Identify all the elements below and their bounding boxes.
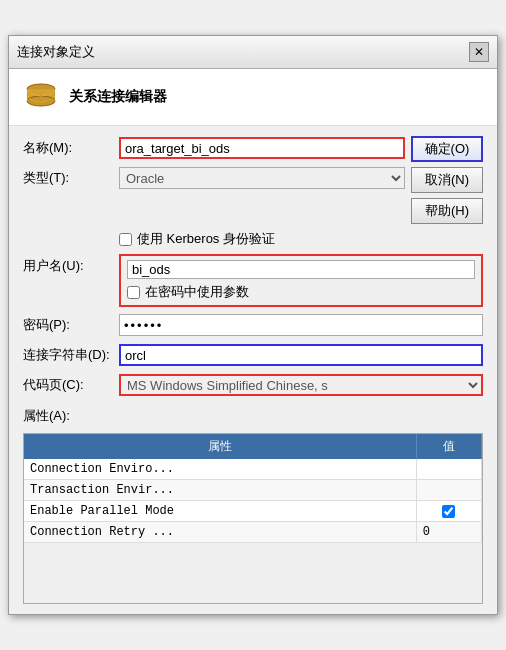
cancel-button[interactable]: 取消(N)	[411, 167, 483, 193]
title-bar: 连接对象定义 ✕	[9, 36, 497, 69]
type-row: 类型(T): Oracle	[23, 166, 405, 190]
table-row: Connection Retry ... 0	[24, 522, 482, 543]
button-column: 确定(O) 取消(N) 帮助(H)	[411, 136, 483, 224]
kerberos-checkbox[interactable]	[119, 233, 132, 246]
row-value	[416, 459, 481, 480]
row-property: Connection Enviro...	[24, 459, 416, 480]
codepage-label: 代码页(C):	[23, 376, 113, 394]
help-button[interactable]: 帮助(H)	[411, 198, 483, 224]
dialog-body: 名称(M): 类型(T): Oracle 确定(O) 取消(N) 帮助(H)	[9, 126, 497, 614]
dialog-header: 关系连接编辑器	[9, 69, 497, 126]
name-input[interactable]	[119, 137, 405, 159]
attribute-label: 属性(A):	[23, 407, 483, 425]
codepage-select[interactable]: MS Windows Simplified Chinese, s	[119, 374, 483, 396]
connection-string-label: 连接字符串(D):	[23, 346, 113, 364]
password-label: 密码(P):	[23, 316, 113, 334]
username-input[interactable]	[127, 260, 475, 279]
password-row: 密码(P):	[23, 313, 483, 337]
attribute-table: 属性 值 Connection Enviro... Transaction En…	[24, 434, 482, 543]
row-property: Connection Retry ...	[24, 522, 416, 543]
kerberos-label: 使用 Kerberos 身份验证	[137, 230, 275, 248]
row-property: Transaction Envir...	[24, 480, 416, 501]
use-param-checkbox[interactable]	[127, 286, 140, 299]
header-title: 关系连接编辑器	[69, 88, 167, 106]
ok-button[interactable]: 确定(O)	[411, 136, 483, 162]
connection-string-input[interactable]	[119, 344, 483, 366]
table-row: Enable Parallel Mode	[24, 501, 482, 522]
table-row: Transaction Envir...	[24, 480, 482, 501]
codepage-row: 代码页(C): MS Windows Simplified Chinese, s	[23, 373, 483, 397]
use-param-label: 在密码中使用参数	[145, 283, 249, 301]
name-row: 名称(M):	[23, 136, 405, 160]
row-value: 0	[416, 522, 481, 543]
type-select[interactable]: Oracle	[119, 167, 405, 189]
table-row: Connection Enviro...	[24, 459, 482, 480]
connection-string-row: 连接字符串(D):	[23, 343, 483, 367]
parallel-mode-checkbox[interactable]	[442, 505, 455, 518]
connection-dialog: 连接对象定义 ✕ 关系连接编辑器 名称(M):	[8, 35, 498, 615]
svg-point-2	[27, 96, 55, 106]
close-button[interactable]: ✕	[469, 42, 489, 62]
kerberos-row: 使用 Kerberos 身份验证	[119, 230, 483, 248]
row-checkbox-cell	[416, 501, 481, 522]
dialog-title: 连接对象定义	[17, 43, 95, 61]
type-label: 类型(T):	[23, 169, 113, 187]
attribute-table-wrapper: 属性 值 Connection Enviro... Transaction En…	[23, 433, 483, 604]
col-header-property: 属性	[24, 434, 416, 459]
row-property: Enable Parallel Mode	[24, 501, 416, 522]
database-icon	[23, 79, 59, 115]
name-label: 名称(M):	[23, 139, 113, 157]
col-header-value: 值	[416, 434, 481, 459]
password-input[interactable]	[119, 314, 483, 336]
username-label: 用户名(U):	[23, 254, 113, 275]
row-value	[416, 480, 481, 501]
